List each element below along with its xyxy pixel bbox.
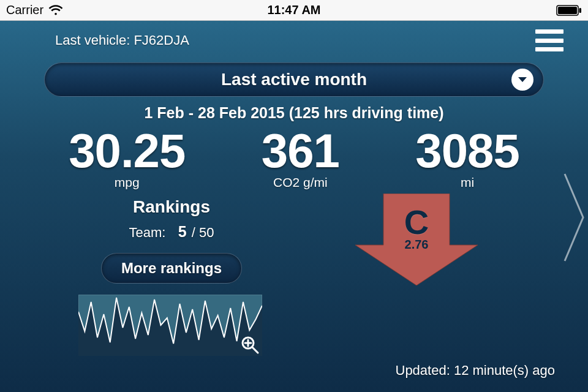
chevron-right-icon bbox=[562, 172, 587, 263]
battery-icon bbox=[556, 5, 582, 16]
carrier-label: Carrier bbox=[6, 3, 43, 17]
period-dropdown[interactable]: Last active month bbox=[44, 62, 544, 97]
stats-row: 30.25 mpg 361 CO2 g/mi 3085 mi bbox=[31, 123, 557, 190]
trend-chart[interactable] bbox=[78, 295, 262, 356]
more-rankings-label: More rankings bbox=[121, 260, 222, 277]
rankings-team-position: 5 bbox=[177, 223, 188, 241]
hamburger-icon-bar bbox=[535, 47, 564, 51]
hamburger-icon-bar bbox=[535, 39, 564, 43]
stat-mpg: 30.25 mpg bbox=[69, 123, 185, 190]
lower-section: Rankings Team: 5 / 50 More rankings bbox=[0, 197, 588, 381]
stat-mpg-value: 30.25 bbox=[69, 123, 185, 179]
svg-line-4 bbox=[252, 347, 258, 353]
updated-label: Updated: 12 minute(s) ago bbox=[396, 363, 556, 379]
header-row: Last vehicle: FJ62DJA bbox=[0, 21, 588, 58]
status-right bbox=[459, 5, 582, 16]
last-vehicle-label: Last vehicle: bbox=[55, 32, 130, 48]
status-time: 11:47 AM bbox=[267, 3, 320, 17]
stat-distance-value: 3085 bbox=[415, 123, 519, 179]
status-bar: Carrier 11:47 AM bbox=[0, 0, 588, 21]
status-left: Carrier bbox=[6, 3, 129, 17]
more-rankings-button[interactable]: More rankings bbox=[101, 253, 242, 284]
stat-co2: 361 CO2 g/mi bbox=[262, 123, 339, 190]
last-vehicle: Last vehicle: FJ62DJA bbox=[55, 32, 189, 48]
stat-co2-value: 361 bbox=[262, 123, 339, 179]
next-page-chevron[interactable] bbox=[562, 172, 587, 263]
svg-rect-1 bbox=[558, 7, 577, 14]
hamburger-icon-bar bbox=[535, 29, 564, 34]
rankings-title: Rankings bbox=[74, 197, 270, 217]
chevron-down-icon bbox=[511, 69, 533, 91]
rankings-block: Rankings Team: 5 / 50 More rankings bbox=[74, 197, 270, 356]
rankings-team-total: 50 bbox=[199, 225, 214, 240]
wifi-icon bbox=[48, 5, 63, 16]
grade-indicator: C 2.76 bbox=[355, 194, 478, 285]
stat-co2-unit: CO2 g/mi bbox=[262, 175, 339, 190]
period-selected-label: Last active month bbox=[221, 70, 367, 89]
last-vehicle-id: FJ62DJA bbox=[134, 32, 189, 48]
date-range: 1 Feb - 28 Feb 2015 (125 hrs driving tim… bbox=[0, 104, 588, 122]
rankings-team-label: Team: bbox=[129, 225, 166, 240]
svg-rect-2 bbox=[579, 8, 581, 13]
zoom-icon bbox=[240, 335, 260, 355]
grade-score: 2.76 bbox=[355, 238, 478, 252]
stat-distance: 3085 mi bbox=[415, 123, 519, 190]
grade-letter: C bbox=[355, 202, 478, 242]
rankings-separator: / bbox=[192, 225, 195, 240]
rankings-team-line: Team: 5 / 50 bbox=[74, 223, 270, 241]
menu-button[interactable] bbox=[535, 29, 564, 51]
trend-chart-svg bbox=[78, 295, 262, 356]
